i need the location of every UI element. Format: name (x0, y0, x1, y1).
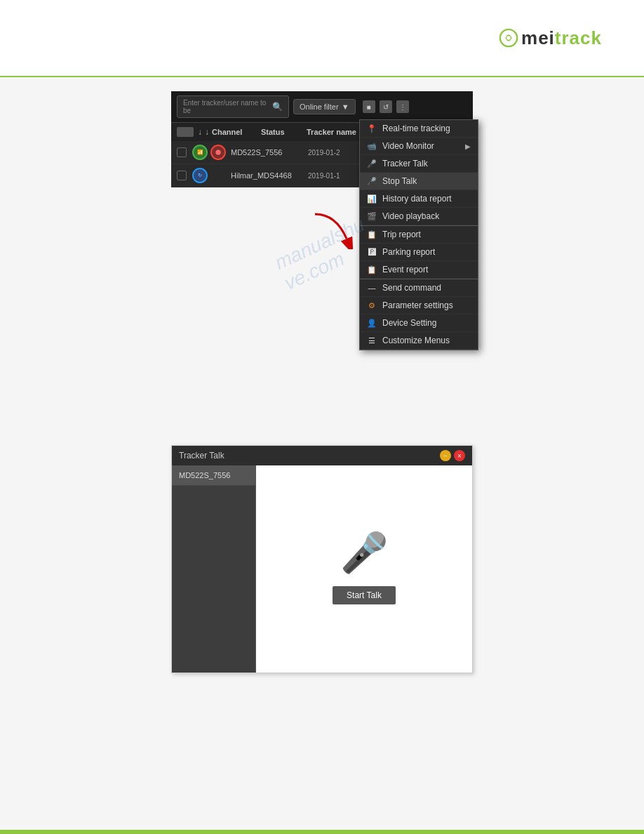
stop-talk-icon: 🎤 (367, 176, 377, 186)
menu-label-stop-talk: Stop Talk (382, 176, 417, 186)
screenshot-panel: Enter tracker/user name to be 🔍 Online f… (171, 91, 473, 187)
tracker-talk-icon: 🎤 (367, 159, 377, 168)
status-circle-red: ⬤ (210, 145, 226, 160)
menu-item-tracker-talk[interactable]: 🎤 Tracker Talk (360, 155, 478, 173)
row-checkbox-1[interactable] (177, 147, 187, 157)
page-header: meitrack (0, 0, 644, 77)
menu-label-trip-report: Trip report (382, 230, 421, 239)
menu-item-parking-report[interactable]: 🅿 Parking report (360, 244, 478, 261)
search-box[interactable]: Enter tracker/user name to be 🔍 (177, 95, 289, 118)
send-command-icon: — (367, 283, 377, 293)
main-content: Enter tracker/user name to be 🔍 Online f… (0, 77, 644, 687)
menu-label-event-report: Event report (382, 265, 428, 274)
customize-menus-icon: ☰ (367, 336, 377, 345)
video-monitor-icon: 📹 (367, 141, 377, 151)
realtime-icon: 📍 (367, 124, 377, 133)
toolbar: Enter tracker/user name to be 🔍 Online f… (171, 91, 473, 122)
menu-label-send-command: Send command (382, 283, 441, 293)
history-data-icon: 📊 (367, 194, 377, 204)
menu-label-parameter-settings: Parameter settings (382, 300, 453, 310)
row-checkbox-2[interactable] (177, 171, 187, 180)
sort-arrow-1[interactable]: ↓ (198, 127, 202, 137)
tracker-talk-title: Tracker Talk (179, 451, 224, 461)
close-button[interactable]: × (454, 450, 465, 461)
device-setting-icon: 👤 (367, 318, 377, 328)
tracker-talk-panel: Tracker Talk − × MD522S_7556 (171, 445, 473, 673)
tracker-talk-controls: − × (440, 450, 465, 461)
toolbar-icons: ■ ↺ ⋮ (363, 100, 409, 113)
search-icon: 🔍 (272, 102, 283, 112)
menu-label-tracker-talk: Tracker Talk (382, 159, 428, 168)
row-icons-1: 📶 ⬤ (192, 145, 231, 160)
menu-label-parking-report: Parking report (382, 247, 435, 257)
talk-main: 🎤 Start Talk (256, 465, 472, 673)
event-report-icon: 📋 (367, 265, 377, 274)
parameter-settings-icon: ⚙ (367, 300, 377, 310)
menu-item-realtime[interactable]: 📍 Real-time tracking (360, 120, 478, 138)
close-icon: × (457, 452, 462, 460)
start-talk-button[interactable]: Start Talk (333, 586, 396, 604)
tracker-name-2: Hilmar_MDS4468 (231, 171, 308, 180)
microphone-icon: 🎤 (340, 534, 389, 572)
filter-label: Online filter (300, 102, 339, 111)
tracker-name-1: MD522S_7556 (231, 148, 308, 157)
status-circle-blue: ↻ (192, 168, 208, 183)
menu-item-video-monitor[interactable]: 📹 Video Monitor ▶ (360, 138, 478, 155)
menu-label-video-monitor: Video Monitor (382, 141, 434, 151)
col-status: Status (261, 128, 307, 136)
header-checkbox[interactable] (177, 127, 194, 137)
tracker-talk-body: MD522S_7556 🎤 Start Talk (172, 465, 472, 673)
talk-sidebar: MD522S_7556 (172, 465, 256, 673)
row-icons-2: ↻ (192, 168, 231, 183)
filter-arrow-icon: ▼ (342, 102, 349, 111)
menu-item-trip-report[interactable]: 📋 Trip report (360, 225, 478, 244)
logo-icon (499, 28, 518, 48)
toolbar-icon-2[interactable]: ↺ (380, 100, 392, 113)
tracker-talk-section: Tracker Talk − × MD522S_7556 (42, 445, 602, 673)
sort-arrow-2[interactable]: ↓ (205, 127, 209, 137)
footer-line (0, 830, 644, 834)
talk-sidebar-item[interactable]: MD522S_7556 (172, 465, 255, 486)
menu-item-video-playback[interactable]: 🎬 Video playback (360, 208, 478, 225)
minimize-button[interactable]: − (440, 450, 451, 461)
tracker-talk-header: Tracker Talk − × (172, 446, 472, 465)
submenu-arrow-icon: ▶ (465, 143, 471, 150)
menu-item-stop-talk[interactable]: 🎤 Stop Talk (360, 173, 478, 190)
top-panel: Enter tracker/user name to be 🔍 Online f… (42, 91, 602, 435)
menu-label-video-playback: Video playback (382, 211, 439, 221)
menu-item-parameter-settings[interactable]: ⚙ Parameter settings (360, 297, 478, 315)
toolbar-icon-3[interactable]: ⋮ (396, 100, 409, 113)
parking-report-icon: 🅿 (367, 247, 377, 257)
status-circle-green: 📶 (192, 145, 208, 160)
online-filter-dropdown[interactable]: Online filter ▼ (293, 99, 356, 114)
menu-label-history-data: History data report (382, 194, 452, 204)
trip-report-icon: 📋 (367, 230, 377, 239)
menu-label-customize-menus: Customize Menus (382, 336, 450, 345)
annotation-arrow (301, 207, 357, 249)
menu-label-realtime: Real-time tracking (382, 124, 450, 133)
video-playback-icon: 🎬 (367, 211, 377, 221)
logo-text: meitrack (521, 27, 602, 49)
menu-label-device-setting: Device Setting (382, 318, 436, 328)
minimize-icon: − (443, 452, 448, 460)
logo: meitrack (499, 27, 602, 49)
start-talk-label: Start Talk (347, 590, 382, 600)
col-channel: Channel (212, 128, 261, 136)
menu-item-history-data[interactable]: 📊 History data report (360, 190, 478, 208)
menu-item-device-setting[interactable]: 👤 Device Setting (360, 315, 478, 332)
search-placeholder: Enter tracker/user name to be (183, 99, 269, 114)
panels-wrapper: Enter tracker/user name to be 🔍 Online f… (42, 91, 602, 673)
toolbar-icon-1[interactable]: ■ (363, 100, 375, 113)
menu-item-send-command[interactable]: — Send command (360, 279, 478, 297)
svg-point-1 (507, 36, 511, 40)
menu-item-customize-menus[interactable]: ☰ Customize Menus (360, 332, 478, 350)
menu-item-event-report[interactable]: 📋 Event report (360, 261, 478, 279)
context-menu: 📍 Real-time tracking 📹 Video Monitor ▶ 🎤… (359, 119, 478, 350)
